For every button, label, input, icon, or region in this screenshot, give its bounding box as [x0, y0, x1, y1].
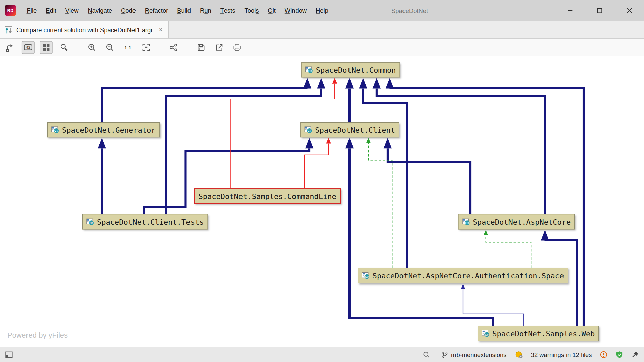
export-diagram-button[interactable]: [213, 41, 225, 54]
tab-close-icon[interactable]: ✕: [158, 27, 163, 33]
node-generator[interactable]: C#SpaceDotNet.Generator: [47, 122, 160, 137]
search-icon[interactable]: [422, 351, 430, 358]
show-dependency-numbers-button[interactable]: 42: [22, 41, 35, 54]
node-samplesweb[interactable]: C#SpaceDotNet.Samples.Web: [478, 326, 599, 341]
svg-text:42: 42: [26, 45, 30, 49]
error-indicator-icon[interactable]: [600, 351, 607, 358]
edge-clienttests-to-generator[interactable]: [98, 138, 106, 214]
menu-build[interactable]: Build: [173, 0, 196, 21]
fit-content-button[interactable]: [140, 41, 152, 54]
window-title: SpaceDotNet: [391, 0, 428, 21]
statusbar-widgets: mb-menuextensions 32 warnings in 12 file…: [422, 351, 639, 358]
tab-compare-solution[interactable]: Compare current solution with SpaceDotNe…: [0, 21, 169, 38]
edge-generator-to-common[interactable]: [102, 78, 311, 122]
wrench-icon[interactable]: [631, 351, 639, 358]
node-common[interactable]: C#SpaceDotNet.Common: [301, 62, 400, 77]
svg-text:C#: C#: [465, 221, 469, 224]
problems-summary[interactable]: 32 warnings in 12 files: [531, 351, 592, 358]
edge-samplesweb-to-common[interactable]: [386, 78, 584, 326]
csharp-project-icon: C#: [362, 272, 370, 279]
menu-edit[interactable]: Edit: [41, 0, 61, 21]
edge-aspnetcore-to-client[interactable]: [384, 138, 470, 214]
menu-code[interactable]: Code: [117, 0, 141, 21]
node-label: SpaceDotNet.AspNetCore: [473, 217, 571, 226]
edge-aspnetcore-to-common[interactable]: [373, 78, 545, 214]
menu-tests[interactable]: Tests: [216, 0, 240, 21]
node-label: SpaceDotNet.Client: [315, 126, 395, 134]
close-button[interactable]: [614, 0, 644, 21]
csharp-project-icon: C#: [305, 66, 313, 73]
node-commandline[interactable]: SpaceDotNet.Samples.CommandLine: [194, 188, 341, 204]
menu-file[interactable]: File: [22, 0, 41, 21]
menu-navigate[interactable]: Navigate: [83, 0, 116, 21]
zoom-out-button[interactable]: [104, 41, 116, 54]
print-diagram-button[interactable]: [231, 41, 244, 54]
git-branch-name: mb-menuextensions: [451, 351, 506, 358]
minimize-button[interactable]: [555, 0, 585, 21]
tab-title: Compare current solution with SpaceDotNe…: [16, 26, 153, 33]
menu-refactor[interactable]: Refactor: [140, 0, 172, 21]
svg-text:1:1: 1:1: [124, 45, 131, 50]
menu-git[interactable]: Git: [263, 0, 280, 21]
menu-view[interactable]: View: [61, 0, 83, 21]
node-authspace[interactable]: C#SpaceDotNet.AspNetCore.Authentication.…: [358, 268, 568, 283]
diagram-toolbar: 421:1: [0, 39, 644, 56]
menubar: FileEditViewNavigateCodeRefactorBuildRun…: [22, 0, 333, 21]
maximize-button[interactable]: [585, 0, 614, 21]
editor-tabbar: Compare current solution with SpaceDotNe…: [0, 21, 644, 39]
csharp-project-icon: C#: [51, 126, 59, 133]
node-label: SpaceDotNet.Samples.CommandLine: [198, 192, 336, 200]
titlebar: RD FileEditViewNavigateCodeRefactorBuild…: [0, 0, 644, 21]
edge-authspace-to-aspnetcore[interactable]: [484, 230, 531, 268]
csharp-project-icon: C#: [482, 330, 489, 337]
git-branch-icon: [441, 351, 448, 358]
grid-snap-button[interactable]: [40, 41, 53, 54]
menu-tools[interactable]: Tools: [240, 0, 263, 21]
diagram-compare-icon: [4, 25, 13, 34]
git-branch-widget[interactable]: mb-menuextensions: [441, 351, 507, 358]
security-shield-icon[interactable]: [616, 351, 623, 358]
statusbar: mb-menuextensions 32 warnings in 12 file…: [0, 347, 644, 362]
node-label: SpaceDotNet.Client.Tests: [97, 217, 204, 226]
svg-text:C#: C#: [307, 129, 311, 132]
actual-size-button[interactable]: 1:1: [121, 41, 134, 54]
svg-text:C#: C#: [308, 69, 312, 73]
zoom-in-button[interactable]: [86, 41, 98, 54]
menu-window[interactable]: Window: [280, 0, 311, 21]
csharp-project-icon: C#: [462, 218, 470, 225]
toolwindow-toggle-icon[interactable]: [5, 351, 13, 358]
rider-logo-icon: RD: [5, 5, 16, 16]
apply-layout-button[interactable]: [167, 41, 180, 54]
zoom-to-selection-button[interactable]: [58, 41, 71, 54]
csharp-project-icon: C#: [86, 218, 94, 225]
node-aspnetcore[interactable]: C#SpaceDotNet.AspNetCore: [458, 214, 575, 230]
node-client[interactable]: C#SpaceDotNet.Client: [300, 122, 399, 137]
node-label: SpaceDotNet.Generator: [62, 126, 156, 134]
node-label: SpaceDotNet.Samples.Web: [492, 329, 595, 338]
node-label: SpaceDotNet.AspNetCore.Authentication.Sp…: [373, 271, 564, 280]
svg-text:C#: C#: [89, 221, 93, 224]
svg-text:C#: C#: [365, 275, 369, 278]
node-label: SpaceDotNet.Common: [316, 66, 396, 74]
menu-help[interactable]: Help: [311, 0, 333, 21]
svg-text:C#: C#: [485, 333, 489, 336]
node-clienttests[interactable]: C#SpaceDotNet.Client.Tests: [82, 214, 208, 230]
application-window: RD FileEditViewNavigateCodeRefactorBuild…: [0, 0, 644, 362]
menu-run[interactable]: Run: [196, 0, 216, 21]
window-controls: [555, 0, 644, 21]
yfiles-attribution: Powered by yFiles: [7, 331, 68, 340]
save-diagram-button[interactable]: [195, 41, 207, 54]
edge-authspace-to-common[interactable]: [359, 78, 407, 268]
code-analysis-status-icon[interactable]: [515, 351, 523, 358]
diagram-tools-button[interactable]: [4, 41, 16, 54]
edge-client-to-common[interactable]: [345, 78, 354, 122]
csharp-project-icon: C#: [304, 126, 312, 133]
svg-text:C#: C#: [54, 129, 58, 132]
